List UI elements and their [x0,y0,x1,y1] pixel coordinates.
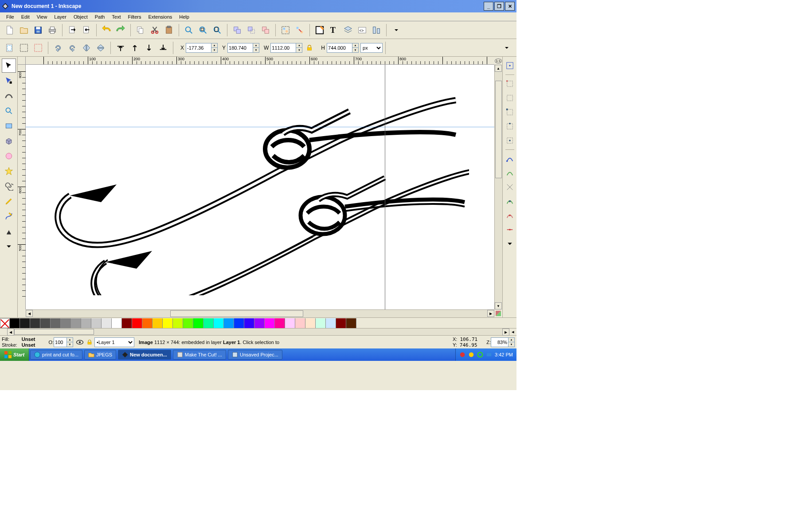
palette-scroll-right[interactable]: ▶ [502,329,509,336]
close-button[interactable]: ✕ [505,2,515,11]
palette-swatch[interactable] [285,318,295,328]
scroll-right-icon[interactable]: ▶ [487,310,494,317]
palette-swatch[interactable] [61,318,71,328]
start-button[interactable]: Start [0,348,29,361]
opacity-input[interactable] [54,337,67,347]
layers-dialog-icon[interactable] [341,23,355,37]
palette-scroll-left[interactable]: ◀ [7,329,14,336]
snap-path-icon[interactable] [505,168,515,178]
snap-bbox-midpoint-icon[interactable] [505,121,515,132]
minimize-button[interactable]: _ [484,2,493,11]
export-icon[interactable] [80,23,93,37]
cut-icon[interactable] [148,23,161,37]
snap-node-icon[interactable] [505,153,515,164]
menu-filters[interactable]: Filters [125,13,145,20]
menu-layer[interactable]: Layer [51,13,70,20]
scroll-down-icon[interactable]: ▼ [495,302,502,309]
palette-menu-icon[interactable]: ◂ [509,329,516,335]
new-file-icon[interactable] [3,23,16,37]
palette-swatch[interactable] [316,318,326,328]
w-input[interactable] [270,43,296,53]
zoom-page-icon[interactable] [211,23,224,37]
palette-swatch[interactable] [203,318,214,328]
palette-none-swatch[interactable] [0,318,10,328]
palette-swatch[interactable] [214,318,224,328]
rotate-ccw-icon[interactable] [51,41,65,55]
menu-path[interactable]: Path [91,13,109,20]
guide-horizontal[interactable] [26,127,494,127]
xml-dialog-icon[interactable]: <> [356,23,369,37]
snap-enable-icon[interactable] [505,60,515,71]
zoom-11-icon[interactable]: 1:1 [494,57,502,65]
tray-icon-1[interactable] [459,352,466,358]
color-picker-corner-icon[interactable] [494,309,502,317]
calligraphy-tool[interactable] [2,224,16,239]
zoom-drawing-icon[interactable] [196,23,210,37]
redo-icon[interactable] [114,23,127,37]
system-tray[interactable]: 3:42 PM [455,348,516,361]
vertical-ruler[interactable]: 800700600500 [18,65,26,309]
unit-select[interactable]: px [360,43,383,53]
horizontal-ruler[interactable]: 100200300400500600700800 [26,57,494,65]
stroke-value[interactable]: Unset [22,342,35,348]
toolbar-overflow-icon[interactable] [500,41,513,55]
lock-aspect-icon[interactable] [303,41,316,55]
tray-icon-2[interactable] [468,352,474,358]
selector-tool[interactable] [2,59,16,73]
unlink-clone-icon[interactable] [259,23,272,37]
y-down[interactable]: ▼ [253,48,259,52]
y-up[interactable]: ▲ [253,43,259,48]
menu-extensions[interactable]: Extensions [145,13,176,20]
vertical-scrollbar[interactable]: ▲ ▼ [494,65,502,309]
guide-vertical[interactable] [385,65,385,309]
3dbox-tool[interactable] [2,134,16,148]
color-palette[interactable] [0,317,516,328]
flip-h-icon[interactable] [80,41,93,55]
palette-swatch[interactable] [244,318,254,328]
snap-cusp-icon[interactable] [505,196,515,207]
palette-swatch[interactable] [173,318,183,328]
bezier-tool[interactable] [2,209,16,223]
tray-clock[interactable]: 3:42 PM [495,352,513,357]
raise-top-icon[interactable] [114,41,127,55]
palette-swatch[interactable] [234,318,244,328]
menu-view[interactable]: View [33,13,51,20]
select-all-layers-icon[interactable] [17,41,31,55]
snap-bbox-icon[interactable] [505,78,515,89]
h-down[interactable]: ▼ [352,48,358,52]
palette-swatch[interactable] [142,318,153,328]
snap-midpoint-icon[interactable] [505,224,515,235]
snap-bbox-center-icon[interactable] [505,135,515,146]
h-input[interactable] [327,43,352,53]
dropdown-icon[interactable] [390,23,403,37]
palette-swatch[interactable] [122,318,132,328]
snap-intersection-icon[interactable] [505,182,515,192]
layer-visibility-icon[interactable] [76,339,84,345]
x-input[interactable] [186,43,211,53]
import-icon[interactable] [66,23,79,37]
palette-swatch[interactable] [91,318,102,328]
lower-bottom-icon[interactable] [156,41,170,55]
menu-text[interactable]: Text [108,13,124,20]
palette-scrollbar[interactable]: ◀ ▶ ◂ [0,328,516,335]
snap-bbox-edge-icon[interactable] [505,93,515,103]
star-tool[interactable] [2,164,16,178]
maximize-button[interactable]: ❐ [494,2,504,11]
save-file-icon[interactable] [31,23,45,37]
palette-swatch[interactable] [265,318,275,328]
palette-swatch[interactable] [346,318,356,328]
rect-tool[interactable] [2,119,16,133]
open-file-icon[interactable] [17,23,31,37]
palette-swatch[interactable] [183,318,193,328]
x-up[interactable]: ▲ [211,43,217,48]
group-icon[interactable] [279,23,292,37]
palette-swatch[interactable] [163,318,173,328]
copy-icon[interactable] [134,23,147,37]
palette-swatch[interactable] [254,318,265,328]
ellipse-tool[interactable] [2,149,16,163]
menu-edit[interactable]: Edit [18,13,33,20]
fill-value[interactable]: Unset [22,336,35,342]
palette-swatch[interactable] [81,318,91,328]
text-dialog-icon[interactable]: T [327,23,340,37]
node-tool[interactable] [2,74,16,88]
